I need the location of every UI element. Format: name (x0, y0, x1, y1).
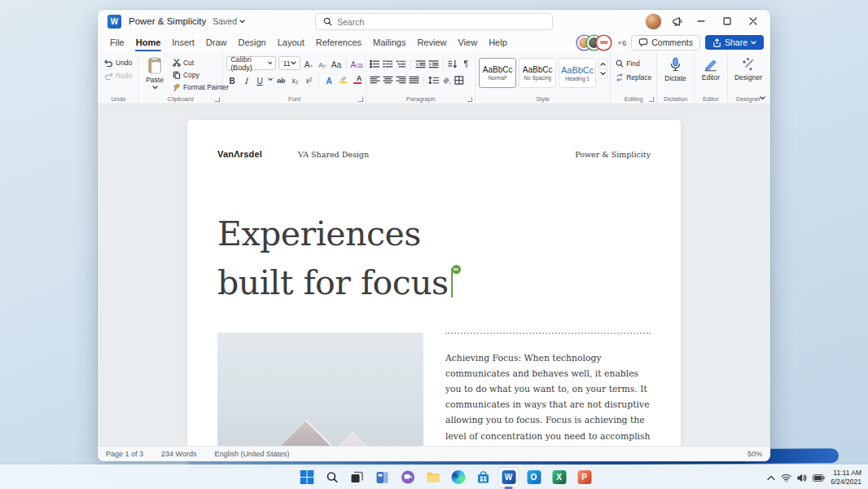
taskbar-excel-button[interactable]: X (550, 468, 569, 487)
underline-dropdown[interactable] (268, 77, 273, 82)
page-indicator[interactable]: Page 1 of 3 (106, 450, 143, 458)
collapse-ribbon-chevron[interactable] (760, 96, 765, 100)
grow-font-button[interactable]: A˄ (303, 57, 314, 69)
strikethrough-button[interactable]: ab (275, 73, 287, 86)
document-image[interactable] (217, 333, 423, 446)
battery-icon[interactable] (813, 474, 825, 482)
increase-indent-icon[interactable] (428, 59, 439, 68)
bold-button[interactable]: B (226, 73, 238, 86)
tab-review[interactable]: Review (411, 34, 452, 51)
tab-insert[interactable]: Insert (166, 34, 200, 51)
style-gallery-more[interactable] (599, 68, 607, 78)
paragraph-dialog-launcher[interactable] (467, 97, 472, 102)
document-canvas[interactable]: VanΛrsdel VA Shared Design Power & Simpl… (98, 104, 770, 446)
editing-dialog-launcher[interactable] (649, 97, 654, 102)
store-button[interactable] (474, 468, 493, 487)
copy-button[interactable]: Copy (171, 70, 230, 80)
style-heading1[interactable]: AaBbCc Heading 1 (559, 58, 596, 88)
borders-icon[interactable] (454, 76, 464, 85)
search-input[interactable] (337, 17, 516, 27)
align-left-icon[interactable] (370, 76, 380, 84)
font-color-swatch (353, 82, 362, 85)
taskbar-word-button[interactable]: W (499, 468, 519, 487)
paste-button[interactable]: Paste (142, 56, 168, 94)
style-normal[interactable]: AaBbCc Normal* (479, 58, 516, 88)
taskbar-search-button[interactable] (322, 468, 342, 487)
document-page[interactable]: VanΛrsdel VA Shared Design Power & Simpl… (187, 120, 681, 446)
maximize-button[interactable] (715, 12, 739, 30)
clear-formatting-button[interactable]: A⌫ (351, 57, 362, 69)
sort-icon[interactable] (448, 59, 458, 68)
show-formatting-marks-button[interactable]: ¶ (460, 58, 471, 70)
tab-file[interactable]: File (104, 34, 130, 51)
coauthor-avatar-3[interactable]: MM (597, 36, 611, 50)
tab-help[interactable]: Help (483, 34, 513, 51)
minimize-button[interactable] (689, 12, 713, 30)
taskbar-outlook-button[interactable]: O (524, 468, 544, 487)
zoom-level[interactable]: 50% (747, 450, 762, 458)
replace-button[interactable]: Replace (614, 73, 653, 82)
wifi-icon[interactable] (781, 474, 791, 482)
search-bar[interactable] (315, 13, 553, 30)
justify-icon[interactable] (409, 76, 419, 84)
tab-design[interactable]: Design (232, 34, 271, 51)
decrease-indent-icon[interactable] (415, 59, 426, 68)
tab-layout[interactable]: Layout (272, 34, 310, 51)
clock[interactable]: 11:11 AM 6/24/2021 (831, 469, 861, 487)
widgets-button[interactable] (373, 468, 392, 487)
style-gallery-up[interactable] (599, 59, 607, 68)
underline-button[interactable]: U (254, 73, 265, 86)
undo-icon (104, 59, 113, 67)
shrink-font-button[interactable]: A˅ (317, 57, 328, 69)
edge-button[interactable] (449, 468, 468, 487)
tab-references[interactable]: References (310, 34, 367, 51)
font-name-combobox[interactable]: Calibri (Body) (226, 56, 276, 70)
tab-draw[interactable]: Draw (200, 34, 233, 51)
language-indicator[interactable]: English (United States) (214, 450, 289, 458)
undo-button[interactable]: Undo (103, 58, 134, 68)
megaphone-icon[interactable] (672, 15, 684, 27)
tab-mailings[interactable]: Mailings (367, 34, 411, 51)
comments-button[interactable]: Comments (631, 35, 700, 51)
close-button[interactable] (741, 12, 765, 30)
font-dialog-launcher[interactable] (358, 97, 363, 102)
designer-button[interactable]: Designer (730, 56, 766, 94)
subscript-button[interactable]: x₂ (289, 73, 300, 86)
align-center-icon[interactable] (383, 76, 393, 84)
autosave-status[interactable]: Saved (213, 16, 245, 26)
bullet-list-icon[interactable] (370, 59, 380, 68)
coauthor-overflow-count[interactable]: +6 (617, 38, 626, 47)
speaker-icon[interactable] (797, 474, 807, 482)
word-count[interactable]: 234 Words (161, 450, 196, 458)
format-painter-button[interactable]: Format Painter (171, 82, 230, 92)
start-button[interactable] (297, 468, 317, 487)
cut-button[interactable]: Cut (171, 58, 230, 68)
tray-chevron-up-icon[interactable] (767, 475, 775, 481)
change-case-button[interactable]: Aa (331, 57, 343, 69)
font-color-button[interactable]: A (351, 73, 362, 86)
text-effects-button[interactable]: A (323, 73, 335, 86)
account-avatar[interactable] (645, 13, 662, 30)
tab-view[interactable]: View (452, 34, 483, 51)
chat-button[interactable] (398, 468, 418, 487)
find-button[interactable]: Find (614, 59, 653, 68)
line-spacing-icon[interactable] (428, 76, 439, 85)
redo-button[interactable]: Redo (103, 71, 134, 81)
tab-home[interactable]: Home (130, 34, 167, 51)
multilevel-list-icon[interactable] (396, 59, 406, 68)
italic-button[interactable]: I (240, 73, 252, 86)
share-button[interactable]: Share (705, 35, 764, 50)
numbered-list-icon[interactable] (383, 59, 393, 68)
superscript-button[interactable]: x² (303, 73, 314, 86)
shading-icon[interactable] (441, 76, 452, 85)
clipboard-dialog-launcher[interactable] (215, 97, 220, 102)
task-view-button[interactable] (348, 468, 367, 487)
style-no-spacing[interactable]: AaBbCc No Spacing (519, 58, 556, 88)
font-size-combobox[interactable]: 11 (278, 56, 300, 70)
highlight-button[interactable] (337, 73, 349, 86)
file-explorer-button[interactable] (423, 468, 443, 487)
editor-button[interactable]: Editor (698, 56, 724, 94)
align-right-icon[interactable] (396, 76, 406, 84)
dictate-button[interactable]: Dictate (660, 56, 690, 94)
taskbar-powerpoint-button[interactable]: P (575, 468, 594, 487)
